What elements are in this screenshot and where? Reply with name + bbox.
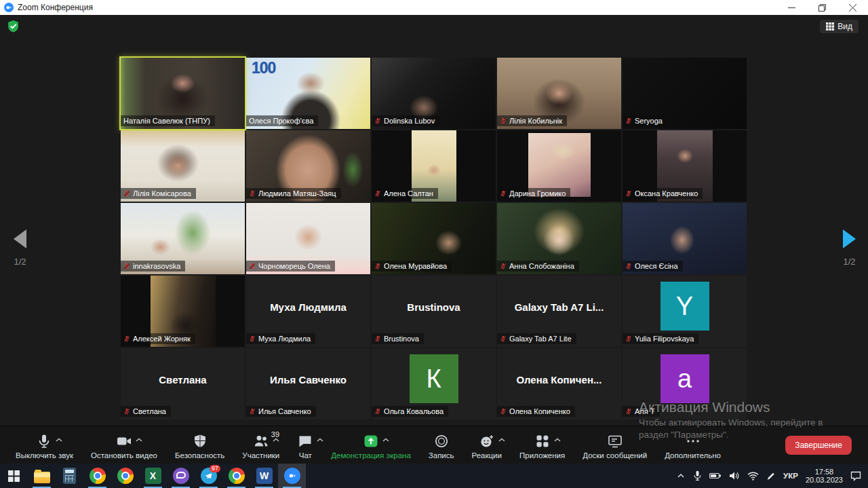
next-page-arrow-icon[interactable] [843, 229, 856, 248]
toolbar-video-button[interactable]: Остановить видео [82, 426, 166, 464]
language-indicator[interactable]: УКР [783, 472, 798, 480]
toolbar-label: Реакции [472, 451, 502, 459]
participant-name-text: Аля Т [635, 407, 655, 415]
muted-mic-icon [625, 335, 632, 342]
participant-tile[interactable]: Seryoga [623, 58, 747, 129]
wifi-icon[interactable] [747, 472, 759, 481]
title-bar: Zoom Конференция [0, 0, 868, 15]
taskbar-viber-icon[interactable] [167, 464, 195, 488]
taskbar-word-icon[interactable]: W [250, 464, 278, 488]
participant-tile[interactable]: Наталія Савелюк (ТНПУ) [121, 58, 245, 129]
microphone-tray-icon[interactable] [693, 470, 702, 481]
participant-tile[interactable]: innakrasovska [121, 203, 245, 274]
participant-name-text: Seryoga [635, 117, 663, 125]
taskbar-zoom-icon[interactable] [278, 464, 306, 488]
participant-name-label: innakrasovska [121, 261, 185, 271]
taskbar-excel-icon[interactable]: X [139, 464, 167, 488]
toolbar-label: Запись [429, 451, 454, 459]
participant-tile[interactable]: Олеся Єсіна [623, 203, 747, 274]
participant-tile[interactable]: К Ольга Ковальова [372, 348, 496, 419]
participant-tile[interactable]: Оксана Кравченко [623, 130, 747, 202]
muted-mic-icon [249, 408, 256, 415]
participant-tile[interactable]: Илья Савченко Илья Савченко [246, 348, 370, 419]
apps-icon [534, 433, 551, 449]
participant-tile[interactable]: Олена Копичен... Олена Копиченко [497, 348, 621, 419]
toolbar-label: Демонстрация экрана [331, 451, 411, 459]
taskbar-clock[interactable]: 17:58 20.03.2023 [806, 468, 843, 485]
muted-mic-icon [625, 117, 632, 124]
participant-tile[interactable]: Людмила Матяш-Заяц [246, 130, 370, 202]
toolbar-reactions-button[interactable]: Реакции [463, 426, 511, 464]
taskbar-telegram-icon[interactable]: 97 [195, 464, 222, 488]
participant-tile[interactable]: Олена Муравйова [372, 203, 496, 274]
participant-tile[interactable]: Дарина Громико [497, 130, 621, 202]
toolbar-apps-button[interactable]: Приложения [511, 426, 574, 464]
system-tray: УКР 17:58 20.03.2023 [676, 468, 868, 485]
participant-tile[interactable]: Brustinova Brustinova [372, 276, 496, 347]
taskbar-chrome-icon[interactable] [222, 464, 250, 488]
pen-icon[interactable] [766, 471, 776, 481]
participant-tile[interactable]: Лілія Комісарова [121, 130, 245, 202]
toolbar-participants-button[interactable]: 39Участники [233, 426, 288, 464]
participant-name-label: Алена Салтан [372, 188, 438, 199]
meeting-security-shield-icon[interactable] [7, 20, 20, 35]
more-icon [685, 433, 701, 449]
participant-name-text: Людмила Матяш-Заяц [258, 189, 336, 198]
taskbar-chrome-icon[interactable] [83, 464, 111, 488]
participant-tile[interactable]: Анна Слобожаніна [497, 203, 621, 274]
muted-mic-icon [374, 335, 381, 342]
participant-tile[interactable]: Y Yulia Filipovskaya [623, 276, 747, 347]
toolbar-security-button[interactable]: Безопасность [166, 426, 233, 464]
participant-center-name: Олена Копичен... [497, 374, 621, 386]
participant-tile[interactable]: Муха Людмила Муха Людмила [246, 276, 370, 347]
toolbar-whiteboards-button[interactable]: Доски сообщений [574, 426, 656, 464]
chevron-up-icon [498, 437, 506, 443]
participant-tile[interactable]: a Аля Т [623, 348, 747, 419]
participant-tile[interactable]: Чорноморець Олена [246, 203, 370, 274]
participant-name-text: Светлана [133, 407, 166, 415]
clock-date: 20.03.2023 [806, 476, 843, 485]
toolbar-more-button[interactable]: Дополнительно [656, 426, 730, 464]
volume-icon[interactable] [729, 471, 740, 481]
reactions-icon [479, 433, 495, 449]
participant-tile[interactable]: Светлана Светлана [121, 348, 245, 419]
participant-tile[interactable]: Лілія Кобильнік [497, 58, 621, 129]
participant-tile[interactable]: Dolinska Lubov [372, 58, 496, 129]
toolbar-chat-button[interactable]: Чат [288, 426, 322, 464]
view-button[interactable]: Вид [820, 20, 859, 33]
taskbar-file-explorer-icon[interactable] [28, 464, 56, 488]
participant-name-label: Galaxy Tab A7 Lite [497, 333, 576, 344]
participant-name-text: Анна Слобожаніна [509, 262, 574, 270]
taskbar-windows-start-icon[interactable] [0, 464, 28, 488]
participant-name-text: Олеся Єсіна [635, 262, 678, 270]
participant-tile[interactable]: 100 Олеся Прокоф'єва [246, 58, 370, 129]
tray-expand-icon[interactable] [676, 471, 686, 481]
window-title: Zoom Конференция [18, 3, 93, 12]
participant-avatar: a [660, 354, 709, 403]
muted-mic-icon [500, 190, 507, 197]
participant-name-label: Людмила Матяш-Заяц [246, 188, 341, 199]
meeting-toolbar: Выключить звукОстановить видеоБезопаснос… [0, 426, 868, 464]
participant-name-text: Алена Салтан [384, 189, 433, 198]
toolbar-mute-button[interactable]: Выключить звук [7, 426, 82, 464]
participant-tile[interactable]: Алена Салтан [372, 130, 496, 202]
participant-tile[interactable]: Алексей Жорняк [121, 276, 245, 347]
action-center-icon[interactable] [850, 471, 861, 481]
toolbar-label: Участники [242, 451, 279, 459]
previous-page-arrow-icon[interactable] [14, 229, 26, 248]
taskbar-chrome-icon[interactable] [111, 464, 139, 488]
restore-button[interactable] [807, 0, 837, 15]
minimize-button[interactable] [776, 0, 807, 15]
toolbar-share-button[interactable]: Демонстрация экрана [322, 426, 420, 464]
end-meeting-button[interactable]: Завершение [785, 436, 852, 455]
participant-tile[interactable]: Galaxy Tab A7 Li... Galaxy Tab A7 Lite [497, 276, 621, 347]
taskbar-calculator-icon[interactable] [56, 464, 83, 488]
toolbar-record-button[interactable]: Запись [420, 426, 463, 464]
participant-name-text: Олена Муравйова [384, 262, 447, 270]
notification-badge: 97 [210, 465, 220, 472]
battery-icon[interactable] [709, 471, 722, 481]
close-button[interactable] [837, 0, 868, 15]
muted-mic-icon [249, 190, 256, 197]
windows-taskbar: X97W УКР 17:58 20.03.2023 [0, 464, 868, 488]
participant-name-label: Олеся Єсіна [623, 261, 683, 271]
